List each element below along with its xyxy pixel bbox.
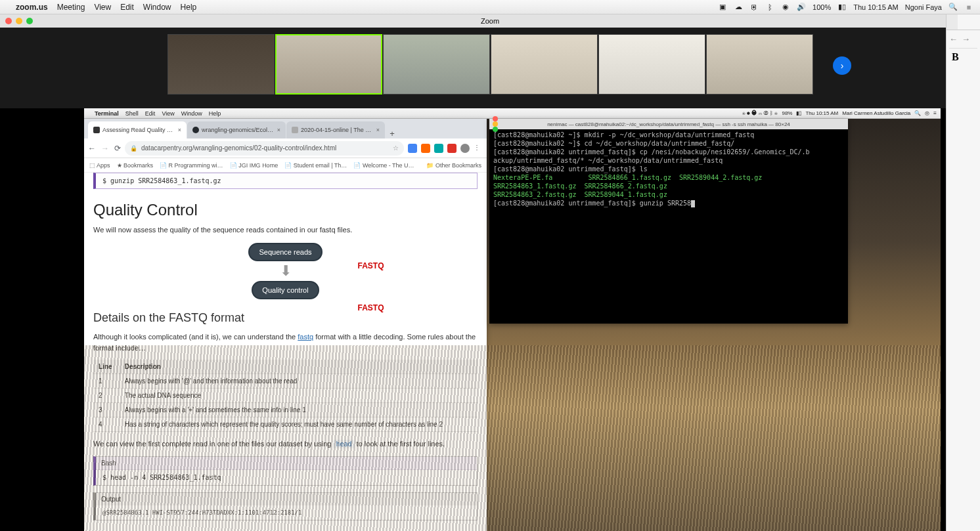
bookmarks-bar: ⬚ Apps ★ Bookmarks 📄 R Programming wi… 📄… [84, 158, 487, 173]
workflow-diagram: Sequence reads FASTQ ⬇ Quality control F… [194, 243, 378, 299]
sidebar-nav: ← → [947, 30, 980, 48]
fastq-link[interactable]: fastq [298, 333, 313, 341]
other-bookmarks[interactable]: 📁 Other Bookmarks [426, 162, 481, 169]
back-button[interactable]: ← [88, 144, 96, 153]
close-button[interactable] [493, 116, 498, 121]
gallery-next-button[interactable]: › [833, 56, 851, 75]
battery-icon[interactable]: ▮▯ [837, 3, 847, 12]
extension-icon[interactable] [408, 144, 417, 153]
outer-macos-menubar: zoom.us Meeting View Edit Window Help ▣ … [0, 0, 980, 14]
output-header: Output [96, 493, 477, 505]
star-icon[interactable]: ☆ [393, 144, 399, 152]
inner-menu-view: View [162, 110, 174, 117]
forward-button[interactable]: → [101, 144, 109, 153]
lead-paragraph: We will now assess the quality of the se… [93, 226, 478, 234]
cloud-icon[interactable]: ☁ [734, 3, 743, 12]
sidebar-tab[interactable] [958, 14, 969, 30]
tab-close-icon[interactable]: × [376, 127, 380, 133]
bookmark[interactable]: 📄 Welcome - The U… [353, 162, 414, 169]
lock-icon: 🔒 [130, 145, 137, 152]
sidebar-tabs [947, 14, 980, 30]
back-icon[interactable]: ← [949, 34, 958, 44]
browser-tab[interactable]: wrangling-genomics/Ecoli_me… × [187, 121, 286, 138]
arrow-down-icon: ⬇ [194, 264, 378, 278]
menu-view[interactable]: View [94, 3, 111, 12]
paragraph: Although it looks complicated (and it is… [93, 331, 478, 353]
menu-edit[interactable]: Edit [120, 3, 134, 12]
user-name[interactable]: Ngoni Faya [905, 3, 942, 11]
minimize-button[interactable] [16, 18, 22, 24]
tab-favicon [192, 127, 199, 133]
participant-tile-speaking[interactable] [275, 34, 382, 95]
battery-percent: 100% [813, 3, 831, 11]
browser-tab[interactable]: 2020-04-15-online | The Carp × [286, 121, 385, 138]
camera-icon[interactable]: ▣ [718, 3, 727, 12]
profile-icon[interactable] [460, 144, 470, 153]
maximize-button[interactable] [493, 127, 498, 132]
bookmark[interactable]: 📄 Student email | Th… [284, 162, 347, 169]
menu-help[interactable]: Help [181, 3, 197, 12]
sidebar-tab[interactable] [969, 14, 980, 30]
close-button[interactable] [5, 18, 12, 24]
menu-icon[interactable]: ⋮ [474, 144, 483, 153]
spotlight-icon[interactable]: 🔍 [948, 3, 958, 12]
participant-tile[interactable] [706, 34, 813, 95]
pill-quality-control: Quality control [252, 281, 319, 299]
minimize-button[interactable] [493, 121, 498, 127]
letterbox [0, 108, 84, 531]
status-icons: ◉ ⬢ 🅣 ▭ ⦿ ᛒ ◉ [742, 110, 778, 116]
extensions: ⋮ [408, 144, 483, 153]
menu-meeting[interactable]: Meeting [57, 3, 85, 12]
spotlight-icon: 🔍 [914, 110, 921, 116]
inner-menu-edit: Edit [145, 110, 156, 117]
inner-menu-window: Window [181, 110, 202, 117]
terminal-output[interactable]: [cast828@mahuika02 ~]$ mkdir -p ~/dc_wor… [489, 129, 848, 324]
tab-close-icon[interactable]: × [277, 127, 280, 133]
heading-quality-control: Quality Control [93, 201, 478, 219]
window-controls [0, 18, 33, 24]
page-content[interactable]: $ gunzip SRR2584863_1.fastq.gz Quality C… [84, 173, 487, 531]
heading-fastq-details: Details on the FASTQ format [93, 311, 478, 325]
list-icon[interactable]: ≡ [964, 3, 973, 12]
forward-icon[interactable]: → [962, 34, 970, 44]
extension-icon[interactable] [434, 144, 443, 153]
address-bar[interactable]: 🔒 datacarpentry.org/wrangling-genomics/0… [125, 141, 404, 156]
sidebar-tab[interactable] [947, 14, 958, 30]
video-gallery: › [0, 28, 980, 100]
code-block: $ gunzip SRR2584863_1.fastq.gz [93, 173, 478, 189]
browser-tab-active[interactable]: Assessing Read Quality – Data × [88, 121, 187, 138]
shield-icon[interactable]: ⛨ [749, 3, 759, 12]
app-name[interactable]: zoom.us [16, 3, 48, 12]
clock[interactable]: Thu 10:15 AM [853, 3, 899, 11]
shared-screen: Terminal Shell Edit View Window Help ◉ ⬢… [84, 108, 941, 531]
wifi-icon[interactable]: ◉ [781, 3, 790, 12]
participant-tile[interactable] [491, 34, 598, 95]
bookmark[interactable]: ★ Bookmarks [117, 162, 154, 169]
tab-close-icon[interactable]: × [178, 127, 181, 133]
maximize-button[interactable] [26, 18, 33, 24]
inner-app-name: Terminal [95, 110, 119, 117]
notification-icon: ◎ [925, 110, 929, 116]
apps-button[interactable]: ⬚ Apps [89, 162, 110, 169]
table-row: 1Always begins with '@' and then informa… [93, 374, 478, 389]
zoom-window-titlebar: Zoom [0, 14, 980, 28]
tab-label: Assessing Read Quality – Data [102, 127, 175, 133]
window-title: Zoom [0, 17, 980, 25]
pill-sequence-reads: Sequence reads [248, 243, 322, 261]
extension-icon[interactable] [421, 144, 430, 153]
reload-button[interactable]: ⟳ [114, 144, 121, 153]
bookmark[interactable]: 📄 R Programming wi… [160, 162, 223, 169]
bookmark[interactable]: 📄 JGI IMG Home [230, 162, 278, 169]
participant-tile[interactable] [598, 34, 705, 95]
inner-macos-menubar: Terminal Shell Edit View Window Help ◉ ⬢… [84, 108, 941, 119]
extension-icon[interactable] [447, 144, 457, 153]
volume-icon[interactable]: 🔊 [797, 3, 806, 12]
tab-favicon [292, 127, 298, 133]
url-text: datacarpentry.org/wrangling-genomics/02-… [141, 144, 336, 152]
participant-tile[interactable] [167, 34, 275, 95]
bluetooth-icon[interactable]: ᛒ [765, 3, 774, 12]
menu-window[interactable]: Window [143, 3, 171, 12]
new-tab-button[interactable]: + [386, 129, 399, 138]
bold-icon[interactable]: B [947, 49, 980, 66]
participant-tile[interactable] [383, 34, 490, 95]
